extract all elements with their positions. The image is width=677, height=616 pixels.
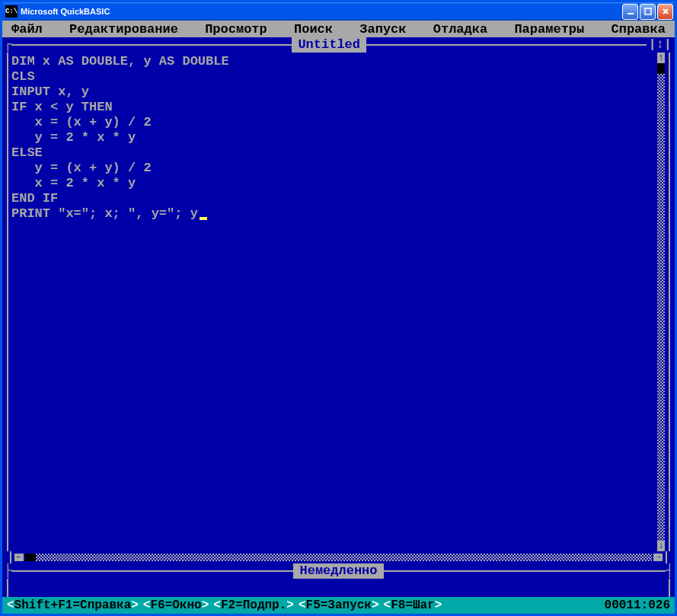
frame-corner: ┌ bbox=[4, 37, 11, 53]
close-button[interactable] bbox=[657, 4, 673, 20]
immediate-titlebar: ├ Немедленно ┤ bbox=[4, 563, 673, 579]
frame-right bbox=[669, 53, 670, 551]
scroll-right-icon[interactable]: → bbox=[653, 554, 663, 561]
editor-titlebar: ┌ Untitled |↕| bbox=[4, 37, 673, 53]
hint-run: <F5=Запуск> bbox=[299, 598, 379, 612]
menu-search[interactable]: Поиск bbox=[288, 22, 339, 37]
editor-title: Untitled bbox=[292, 37, 366, 53]
hint-help: <Shift+F1=Справка> bbox=[7, 598, 139, 612]
menu-debug[interactable]: Отладка bbox=[427, 22, 493, 37]
vertical-scrollbar[interactable]: ↑ ↓ bbox=[656, 53, 666, 551]
hint-sub: <F2=Подпр.> bbox=[213, 598, 294, 612]
svg-rect-1 bbox=[645, 8, 651, 14]
menu-options[interactable]: Параметры bbox=[508, 22, 590, 37]
maximize-button[interactable] bbox=[640, 4, 656, 20]
hint-step: <F8=Шаг> bbox=[384, 598, 442, 612]
status-hints: <Shift+F1=Справка> <F6=Окно> <F2=Подпр.>… bbox=[7, 598, 605, 612]
status-bar: <Shift+F1=Справка> <F6=Окно> <F2=Подпр.>… bbox=[2, 597, 675, 614]
vscroll-thumb[interactable] bbox=[657, 63, 665, 74]
frame-left bbox=[7, 53, 8, 551]
titlebar[interactable]: C:\ Microsoft QuickBASIC bbox=[2, 2, 675, 21]
hint-window: <F6=Окно> bbox=[143, 598, 209, 612]
code-text: DIM x AS DOUBLE, y AS DOUBLE CLS INPUT x… bbox=[11, 54, 229, 221]
menu-bar: Файл Редактирование Просмотр Поиск Запус… bbox=[2, 21, 675, 37]
editor-maximize-icon[interactable]: |↕| bbox=[647, 37, 673, 53]
scroll-down-icon[interactable]: ↓ bbox=[657, 541, 665, 551]
text-cursor bbox=[200, 217, 207, 220]
hscroll-track[interactable] bbox=[25, 554, 652, 561]
cursor-position: 00011:026 bbox=[605, 598, 670, 612]
menu-help[interactable]: Справка bbox=[605, 22, 672, 37]
app-icon: C:\ bbox=[5, 5, 18, 18]
app-window: C:\ Microsoft QuickBASIC Файл Редактиров… bbox=[0, 0, 677, 616]
menu-run[interactable]: Запуск bbox=[353, 22, 412, 37]
hscroll-thumb[interactable] bbox=[25, 554, 36, 561]
menu-file[interactable]: Файл bbox=[5, 22, 49, 37]
immediate-frame: ├ Немедленно ┤ bbox=[4, 563, 673, 597]
code-editor[interactable]: DIM x AS DOUBLE, y AS DOUBLE CLS INPUT x… bbox=[11, 53, 656, 551]
vscroll-track[interactable] bbox=[657, 63, 665, 541]
window-title: Microsoft QuickBASIC bbox=[21, 7, 622, 16]
immediate-window[interactable] bbox=[11, 579, 666, 597]
editor-frame: ┌ Untitled |↕| DIM x AS DOUBLE, y AS DOU… bbox=[4, 37, 673, 563]
minimize-button[interactable] bbox=[622, 4, 638, 20]
menu-view[interactable]: Просмотр bbox=[199, 22, 273, 37]
menu-edit[interactable]: Редактирование bbox=[63, 22, 184, 37]
svg-rect-0 bbox=[628, 13, 634, 14]
scroll-up-icon[interactable]: ↑ bbox=[657, 53, 665, 63]
immediate-title: Немедленно bbox=[293, 563, 383, 579]
content-area: ┌ Untitled |↕| DIM x AS DOUBLE, y AS DOU… bbox=[2, 37, 675, 597]
scroll-left-icon[interactable]: ← bbox=[14, 554, 24, 561]
horizontal-scrollbar[interactable]: ← → bbox=[4, 551, 673, 563]
